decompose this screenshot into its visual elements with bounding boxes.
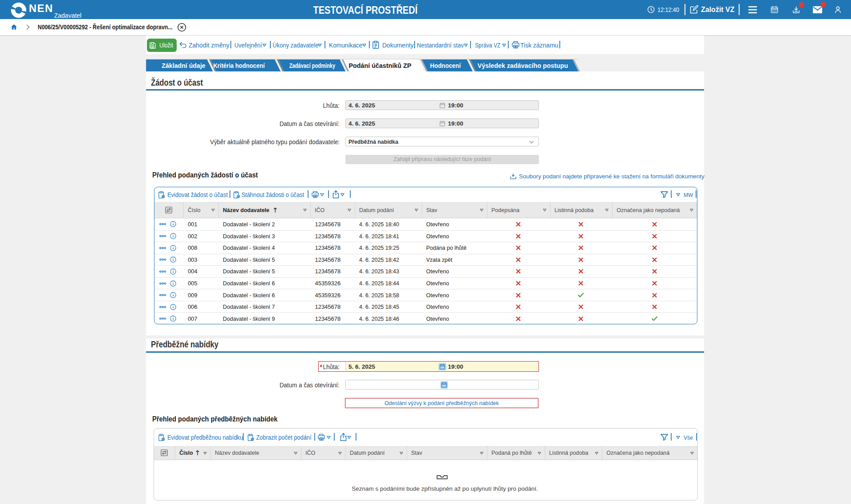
svg-text:Kritéria hodnocení: Kritéria hodnocení: [213, 62, 265, 69]
svg-text:Hodnocení: Hodnocení: [430, 62, 461, 69]
svg-text:Podání účastníků ZP: Podání účastníků ZP: [348, 62, 411, 69]
svg-text:Výsledek zadávacího postupu: Výsledek zadávacího postupu: [478, 62, 568, 69]
svg-text:Základní údaje: Základní údaje: [162, 62, 206, 69]
svg-text:Zadávací podmínky: Zadávací podmínky: [289, 62, 336, 69]
